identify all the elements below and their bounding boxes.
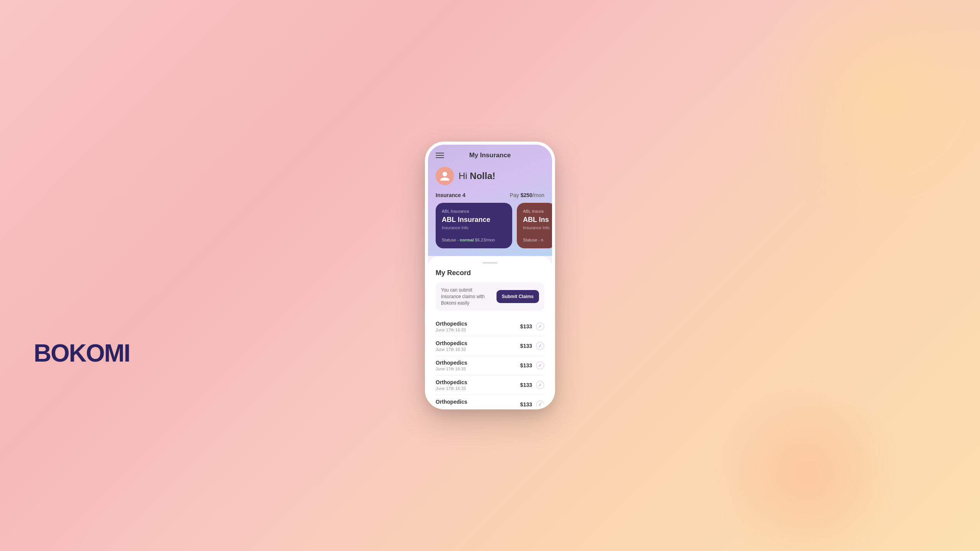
pay-amount: Pay $250/mon bbox=[510, 192, 544, 198]
card-2-label: ABL Insura bbox=[523, 209, 550, 214]
card-2-status: Statuse - n bbox=[523, 238, 550, 242]
record-date: June 17th 16:33 bbox=[436, 406, 467, 409]
record-date: June 17th 16:33 bbox=[436, 347, 467, 352]
record-right: $133 ✓ bbox=[520, 400, 544, 409]
greeting-row: Hi Nolla! bbox=[428, 164, 552, 191]
record-date: June 17th 16:33 bbox=[436, 328, 467, 332]
record-right: $133 ✓ bbox=[520, 342, 544, 350]
submit-claims-button[interactable]: Submit Claims bbox=[497, 290, 539, 303]
record-info: Orthopedics June 17th 16:33 bbox=[436, 379, 467, 391]
record-name: Orthopedics bbox=[436, 340, 467, 346]
record-item[interactable]: Orthopedics June 17th 16:33 $133 ✓ bbox=[436, 336, 544, 356]
phone-mockup: My Insurance Hi Nolla! bbox=[425, 142, 555, 409]
card-1-status: Statuse - normal $6.23/mon bbox=[442, 238, 506, 242]
avatar bbox=[436, 167, 454, 185]
record-amount: $133 bbox=[520, 401, 532, 408]
menu-button[interactable] bbox=[436, 153, 444, 158]
insurance-card-2[interactable]: ABL Insura ABL Ins Insurance Info Status… bbox=[517, 203, 552, 248]
record-name: Orthopedics bbox=[436, 321, 467, 327]
record-amount: $133 bbox=[520, 323, 532, 329]
app-header: My Insurance bbox=[428, 145, 552, 164]
card-1-name: ABL Insurance bbox=[442, 216, 506, 224]
insurance-card-1[interactable]: ABL Insurance ABL Insurance Insurance In… bbox=[436, 203, 512, 248]
check-icon: ✓ bbox=[536, 381, 544, 389]
record-info: Orthopedics June 17th 16:33 bbox=[436, 399, 467, 409]
svg-point-0 bbox=[443, 172, 447, 176]
greeting-text: Hi Nolla! bbox=[459, 171, 495, 181]
check-icon: ✓ bbox=[536, 322, 544, 331]
record-right: $133 ✓ bbox=[520, 361, 544, 370]
claims-promo-text: You can submit insurance claims with Bok… bbox=[441, 287, 493, 306]
card-2-name: ABL Ins bbox=[523, 216, 550, 224]
phone-bottom-sheet: My Record You can submit insurance claim… bbox=[428, 256, 552, 409]
card-1-type: Insurance Info bbox=[442, 225, 506, 230]
record-item[interactable]: Orthopedics June 17th 16:33 $133 ✓ bbox=[436, 317, 544, 336]
record-date: June 17th 16:33 bbox=[436, 386, 467, 391]
record-amount: $133 bbox=[520, 382, 532, 388]
check-icon: ✓ bbox=[536, 400, 544, 409]
records-list: Orthopedics June 17th 16:33 $133 ✓ Ortho… bbox=[436, 317, 544, 409]
cards-carousel: ABL Insurance ABL Insurance Insurance In… bbox=[428, 203, 552, 256]
card-1-label: ABL Insurance bbox=[442, 209, 506, 214]
record-item[interactable]: Orthopedics June 17th 16:33 $133 ✓ bbox=[436, 356, 544, 375]
check-icon: ✓ bbox=[536, 361, 544, 370]
record-info: Orthopedics June 17th 16:33 bbox=[436, 340, 467, 352]
user-icon bbox=[439, 170, 451, 182]
check-icon: ✓ bbox=[536, 342, 544, 350]
card-2-type: Insurance Info bbox=[523, 225, 550, 230]
claims-promo-banner: You can submit insurance claims with Bok… bbox=[436, 282, 544, 311]
insurance-count: Insurance 4 bbox=[436, 192, 466, 198]
phone-screen: My Insurance Hi Nolla! bbox=[425, 142, 555, 409]
record-name: Orthopedics bbox=[436, 399, 467, 405]
record-name: Orthopedics bbox=[436, 360, 467, 366]
record-right: $133 ✓ bbox=[520, 322, 544, 331]
record-item[interactable]: Orthopedics June 17th 16:33 $133 ✓ bbox=[436, 375, 544, 395]
record-name: Orthopedics bbox=[436, 379, 467, 385]
my-record-title: My Record bbox=[436, 269, 544, 277]
drag-handle[interactable] bbox=[482, 262, 498, 264]
record-info: Orthopedics June 17th 16:33 bbox=[436, 321, 467, 332]
page-title: My Insurance bbox=[469, 152, 511, 159]
record-date: June 17th 16:33 bbox=[436, 367, 467, 371]
record-info: Orthopedics June 17th 16:33 bbox=[436, 360, 467, 371]
phone-top-section: My Insurance Hi Nolla! bbox=[428, 145, 552, 256]
insurance-summary: Insurance 4 Pay $250/mon bbox=[428, 191, 552, 203]
record-right: $133 ✓ bbox=[520, 381, 544, 389]
record-amount: $133 bbox=[520, 362, 532, 368]
record-item[interactable]: Orthopedics June 17th 16:33 $133 ✓ bbox=[436, 395, 544, 409]
record-amount: $133 bbox=[520, 343, 532, 349]
brand-logo: BOKOMI bbox=[34, 339, 130, 367]
